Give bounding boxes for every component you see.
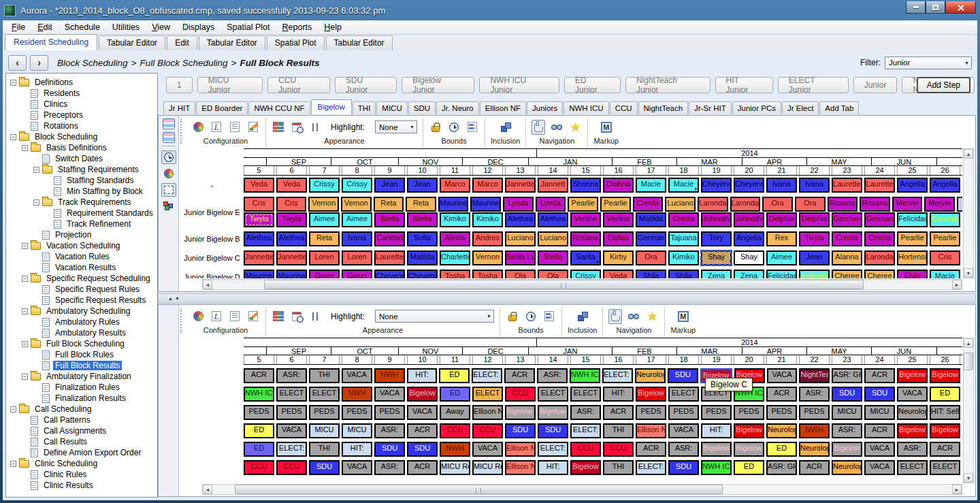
schedule-cell[interactable]: Cheyenn <box>701 178 732 193</box>
breadcrumb-part[interactable]: Full Block Scheduling <box>140 58 227 68</box>
maximize-button[interactable] <box>926 1 945 14</box>
schedule-cell[interactable]: ACR <box>799 460 830 475</box>
grid-tab-nwh-icu[interactable]: NWH ICU <box>564 101 608 114</box>
schedule-cell[interactable]: Cris <box>930 250 960 265</box>
split-bars-button[interactable] <box>308 309 322 324</box>
schedule-cell[interactable]: THI <box>309 442 340 457</box>
schedule-cell[interactable]: MICU <box>832 405 862 420</box>
schedule-cell[interactable]: Felicidad <box>799 270 830 278</box>
main-tab-tabular-editor-5[interactable]: Tabular Editor <box>326 35 393 50</box>
tree-item-clinic-scheduling[interactable]: −Clinic Scheduling <box>9 458 157 469</box>
tree-item-rotations[interactable]: Rotations <box>9 120 157 131</box>
grid-tab-junior-pcs[interactable]: Junior PCs <box>732 101 781 114</box>
schedule-cell[interactable]: Creola <box>864 231 895 246</box>
schedule-cell[interactable]: ED <box>439 368 470 383</box>
tree-item-vacation-scheduling[interactable]: −Vacation Scheduling <box>9 240 157 251</box>
tree-item-ambulatory-results[interactable]: Ambulatory Results <box>9 327 157 338</box>
schedule-cell[interactable]: VACA <box>342 368 372 383</box>
splitter-up-icon[interactable]: ▲ <box>168 296 173 301</box>
schedule-cell[interactable]: ACR <box>244 368 274 383</box>
schedule-cell[interactable]: Rosana <box>570 231 601 246</box>
schedule-cell[interactable]: VACA <box>668 423 699 438</box>
grid-tab-ed-boarder[interactable]: ED Boarder <box>196 101 248 114</box>
schedule-cell[interactable]: Caridad <box>374 231 405 246</box>
lock-button[interactable] <box>429 120 442 135</box>
grid-tab-jr-hit[interactable]: Jr HIT <box>163 101 195 114</box>
tree-item-call-results[interactable]: Call Results <box>9 436 157 447</box>
add-step-button[interactable]: Add Step <box>917 77 970 93</box>
menu-item-help[interactable]: Help <box>318 21 348 33</box>
schedule-cell[interactable]: Alethea <box>538 212 568 227</box>
tree-item-preceptors[interactable]: Preceptors <box>9 110 157 120</box>
step-button-micu-junior[interactable]: MICU Junior <box>197 77 263 93</box>
step-button-junior[interactable]: Junior <box>853 77 898 93</box>
schedule-cell[interactable]: ED <box>244 442 274 457</box>
schedule-cell[interactable]: NWH <box>799 423 830 438</box>
step-button-elect-junior[interactable]: ELECT Junior <box>778 77 849 93</box>
schedule-cell[interactable]: MICU Red <box>440 460 470 475</box>
step-button-hit-junior[interactable]: HIT Junior <box>715 77 773 93</box>
tree-collapse-icon[interactable]: − <box>22 243 28 249</box>
schedule-cell[interactable]: ASR: <box>374 460 405 475</box>
schedule-cell[interactable]: CCU <box>276 460 307 475</box>
scroll-thumb[interactable] <box>964 353 973 370</box>
scroll-thumb[interactable] <box>264 280 863 289</box>
menu-item-view[interactable]: View <box>146 21 176 33</box>
tree-item-switch-dates[interactable]: Switch Dates <box>9 153 157 164</box>
schedule-cell[interactable]: SDU <box>407 442 438 457</box>
tree-item-specific-request-rules[interactable]: Specific Request Rules <box>9 284 157 295</box>
tree-item-track-requirements[interactable]: −Track Requirements <box>9 197 157 208</box>
schedule-cell[interactable]: German <box>864 212 895 227</box>
schedule-cell[interactable]: Ivana <box>799 178 830 193</box>
schedule-cell[interactable]: Ora <box>636 250 666 265</box>
tree-item-define-amion-export-order[interactable]: Define Amion Export Order <box>9 447 157 458</box>
schedule-cell[interactable]: ELECT <box>570 387 601 402</box>
schedule-cell[interactable]: Ellison NF <box>505 442 536 457</box>
schedule-cell[interactable]: Luciano <box>505 231 536 246</box>
schedule-cell[interactable]: Kimiko <box>440 212 470 227</box>
tree-item-basis-definitions[interactable]: −Basis Definitions <box>9 142 157 153</box>
lock-button[interactable] <box>506 309 519 324</box>
menu-item-edit[interactable]: Edit <box>31 21 59 33</box>
main-tab-tabular-editor-1[interactable]: Tabular Editor <box>99 35 165 50</box>
schedule-cell[interactable]: MICU <box>309 423 340 438</box>
schedule-cell[interactable]: Conchita <box>930 212 960 227</box>
schedule-cell[interactable]: Macie <box>636 178 666 193</box>
tree-item-full-block-results[interactable]: Full Block Results <box>9 360 157 371</box>
schedule-cell[interactable]: ELECT <box>538 387 568 402</box>
schedule-cell[interactable]: Jannett <box>538 178 568 193</box>
schedule-cell[interactable]: HIT: <box>603 387 634 402</box>
schedule-cell[interactable]: ACR <box>766 387 797 402</box>
schedule-cell[interactable]: VACA <box>767 368 798 383</box>
tree-item-min-staffing-by-block[interactable]: Min Staffing by Block <box>9 186 157 197</box>
binoculars-button[interactable] <box>627 309 640 324</box>
schedule-cell[interactable]: CCU <box>570 442 601 457</box>
schedule-cell[interactable]: Reta <box>374 197 404 212</box>
schedule-cell[interactable]: Ora <box>795 197 826 212</box>
schedule-cell[interactable]: PEDS <box>309 405 340 420</box>
schedule-cell[interactable]: Neurolog <box>799 442 830 457</box>
schedule-cell[interactable]: ACR <box>504 368 535 383</box>
schedule-cell[interactable]: Veda <box>244 178 274 193</box>
schedule-cell[interactable]: ELECT <box>276 387 307 402</box>
hand-pan-button[interactable] <box>532 120 545 135</box>
tree-collapse-icon[interactable]: − <box>33 167 39 173</box>
schedule-cell[interactable]: Jean <box>407 178 438 193</box>
schedule-cell[interactable]: ELECT <box>668 387 699 402</box>
main-tab-edit-2[interactable]: Edit <box>167 35 197 50</box>
schedule-cell[interactable]: ASR: <box>832 423 862 438</box>
schedule-cell[interactable]: Ivana <box>342 231 372 246</box>
step-button-bigelow-junior[interactable]: Bigelow Junior <box>402 77 474 93</box>
scroll-right-arrow[interactable]: ► <box>952 280 962 289</box>
schedule-cell[interactable]: THI <box>603 460 634 475</box>
close-button[interactable] <box>945 1 976 14</box>
schedule-cell[interactable]: MICU <box>342 423 372 438</box>
schedule-cell[interactable]: Luciano <box>665 197 696 212</box>
schedule-cell[interactable]: ELECT: <box>636 460 666 475</box>
font-style-button[interactable]: L <box>210 120 223 135</box>
schedule-cell[interactable]: Cheyenn <box>407 270 438 278</box>
schedule-cell[interactable]: Bigelow <box>407 387 438 402</box>
schedule-cell[interactable]: MICU <box>864 405 895 420</box>
schedule-cell[interactable]: Neurolog <box>766 423 797 438</box>
schedule-cell[interactable]: ED <box>930 387 960 402</box>
